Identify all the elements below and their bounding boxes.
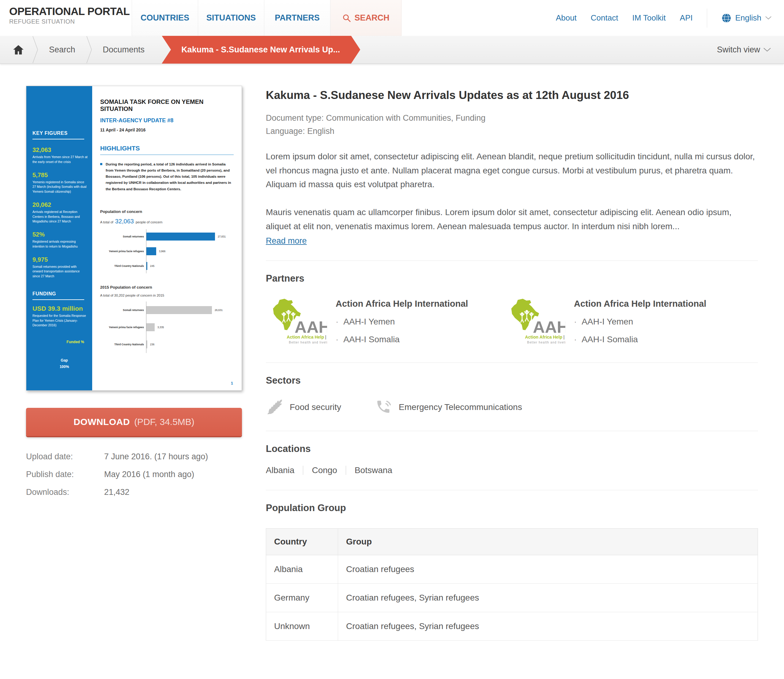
link-im-toolkit[interactable]: IM Toolkit bbox=[632, 13, 665, 23]
pdf-highlights-heading: HIGHLIGHTS bbox=[100, 145, 234, 155]
upload-date-label: Upload date: bbox=[26, 452, 104, 462]
pdf-chart1-total: A total of 32,063 people of concern bbox=[100, 218, 234, 225]
chart-category-label: Third Country Nationals bbox=[100, 264, 146, 268]
breadcrumb-item-search[interactable]: Search bbox=[49, 45, 75, 55]
sectors-section: Sectors bbox=[266, 363, 758, 416]
chart-bar bbox=[147, 340, 147, 348]
sectors-list: Food security Emergency Telecommunicatio… bbox=[266, 398, 758, 416]
sector-item: Food security bbox=[266, 398, 341, 416]
site-logo[interactable]: OPERATIONAL PORTAL REFUGEE SITUATION bbox=[0, 0, 132, 36]
read-more-link[interactable]: Read more bbox=[266, 236, 307, 246]
breadcrumb-chevron-icon bbox=[32, 36, 39, 63]
downloads-label: Downloads: bbox=[26, 488, 104, 497]
sectors-heading: Sectors bbox=[266, 375, 758, 386]
partner-info: Action Africa Help International AAH-I Y… bbox=[336, 297, 468, 348]
column-header-country: Country bbox=[266, 529, 338, 555]
partner-info: Action Africa Help International AAH-I Y… bbox=[574, 297, 706, 348]
partner-sub-item: AAH-I Somalia bbox=[574, 335, 706, 344]
key-figure-value: 32,063 bbox=[33, 147, 87, 153]
table-header-row: Country Group bbox=[266, 529, 758, 555]
document-preview-thumbnail[interactable]: KEY FIGURES 32,063 Arrivals from Yemen s… bbox=[26, 86, 242, 391]
table-row: Germany Croatian refugees, Syrian refuge… bbox=[266, 584, 758, 612]
downloads-row: Downloads: 21,432 bbox=[26, 488, 242, 497]
partners-heading: Partners bbox=[266, 273, 758, 284]
key-figure-desc: Arrivals from Yemen since 27 March at th… bbox=[33, 155, 87, 164]
chart-row: Third Country Nationals 236 bbox=[100, 336, 234, 353]
breadcrumb-item-documents[interactable]: Documents bbox=[103, 45, 145, 55]
language-selector[interactable]: English bbox=[721, 13, 772, 23]
cell-country: Albania bbox=[266, 555, 338, 584]
aah-logo-tagline: Better health and livelihoods bbox=[289, 341, 327, 344]
pdf-funded-label: Funded % bbox=[66, 339, 85, 345]
nav-tab-search[interactable]: SEARCH bbox=[330, 0, 401, 36]
bullet-square-icon bbox=[100, 163, 102, 165]
publish-date-value: May 2016 (1 month ago) bbox=[104, 470, 194, 479]
partner-item[interactable]: AAH Action Africa Help|Kenya Better heal… bbox=[266, 297, 504, 348]
key-figure-value: 52% bbox=[33, 231, 87, 238]
link-about[interactable]: About bbox=[556, 13, 577, 23]
chart-row: Yemeni prima facie refugees 3,966 bbox=[100, 244, 234, 259]
breadcrumb-item-current: Kakuma - S.Sudanese New Arrivals Up... bbox=[162, 36, 360, 64]
chart-category-label: Yemeni prima facie refugees bbox=[100, 326, 146, 329]
chart-value-label: 245 bbox=[150, 264, 155, 268]
nav-tab-situations[interactable]: SITUATIONS bbox=[198, 0, 264, 36]
pdf-bar-chart-2016: Somali returnees 27,831 Yemeni prima fac… bbox=[100, 229, 234, 273]
chart-bar bbox=[147, 306, 212, 314]
nav-tab-partners[interactable]: PARTNERS bbox=[264, 0, 330, 36]
document-sidebar: KEY FIGURES 32,063 Arrivals from Yemen s… bbox=[26, 86, 242, 497]
key-figure-value: 9,975 bbox=[33, 256, 87, 263]
cell-country: Germany bbox=[266, 584, 338, 612]
link-api[interactable]: API bbox=[680, 13, 693, 23]
breadcrumb: Search Documents Kakuma - S.Sudanese New… bbox=[0, 36, 784, 64]
population-group-section: Population Group Country Group Albania C… bbox=[266, 490, 758, 641]
location-item: Botswana bbox=[355, 465, 392, 475]
search-tab-label: SEARCH bbox=[355, 13, 389, 23]
partners-section: Partners AAH Action Africa Help|Ken bbox=[266, 260, 758, 348]
location-divider bbox=[303, 466, 303, 475]
switch-view-control[interactable]: Switch view bbox=[717, 45, 771, 55]
pdf-bar-chart-2015: Somali returnees 26,631 Yemeni prima fac… bbox=[100, 302, 234, 353]
partners-list: AAH Action Africa Help|Kenya Better heal… bbox=[266, 297, 758, 348]
description-paragraph: Mauris venenatis quam ac ullamcorper fin… bbox=[266, 205, 758, 233]
chart-category-label: Somali returnees bbox=[100, 235, 146, 238]
aah-logo-text: AAH bbox=[295, 318, 327, 336]
document-details: Kakuma - S.Sudanese New Arrivals Updates… bbox=[266, 89, 758, 641]
aah-logo: AAH Action Africa Help|Kenya Better heal… bbox=[266, 297, 327, 348]
globe-icon bbox=[721, 13, 732, 23]
nav-tab-countries[interactable]: COUNTRIES bbox=[132, 0, 198, 36]
partner-item[interactable]: AAH Action Africa Help|Kenya Better heal… bbox=[504, 297, 742, 348]
switch-view-label: Switch view bbox=[717, 45, 760, 55]
chart-category-label: Third Country Nationals bbox=[100, 343, 146, 346]
population-group-table: Country Group Albania Croatian refugees … bbox=[266, 528, 758, 641]
population-group-heading: Population Group bbox=[266, 502, 758, 513]
sector-label: Emergency Telecommunications bbox=[399, 402, 522, 412]
aah-logo-org: Action Africa Help bbox=[287, 335, 324, 340]
chart-bar bbox=[147, 323, 155, 331]
pdf-update-heading: INTER-AGENCY UPDATE #8 bbox=[100, 117, 234, 124]
partner-name[interactable]: Action Africa Help International bbox=[574, 299, 706, 309]
chart-value-label: 3,335 bbox=[158, 326, 164, 329]
home-icon[interactable] bbox=[13, 45, 24, 55]
upload-date-row: Upload date: 7 June 2016. (17 hours ago) bbox=[26, 452, 242, 462]
chart-row: Third Country Nationals 245 bbox=[100, 259, 234, 273]
chart-value-label: 27,831 bbox=[218, 235, 226, 238]
downloads-value: 21,432 bbox=[104, 488, 130, 497]
breadcrumb-chevron-icon bbox=[86, 36, 92, 63]
pdf-page-number: 1 bbox=[231, 381, 233, 385]
sector-item: Emergency Telecommunications bbox=[375, 398, 522, 416]
chart-row: Somali returnees 27,831 bbox=[100, 229, 234, 244]
partner-name[interactable]: Action Africa Help International bbox=[336, 299, 468, 309]
pdf-key-figure: 5,785 Yemenis registered in Somalia sinc… bbox=[33, 172, 87, 194]
upload-date-value: 7 June 2016. (17 hours ago) bbox=[104, 452, 208, 462]
aah-logo-sep: | bbox=[564, 335, 565, 340]
publish-date-row: Publish date: May 2016 (1 month ago) bbox=[26, 470, 242, 479]
key-figure-desc: Somali returnees provided with onward tr… bbox=[33, 264, 87, 279]
cell-group: Croatian refugees, Syrian refugees bbox=[338, 584, 758, 612]
download-button[interactable]: DOWNLOAD (PDF, 34.5MB) bbox=[26, 408, 242, 436]
document-language: Language: English bbox=[266, 125, 758, 138]
document-type-language: Document type: Communication with Commun… bbox=[266, 111, 758, 138]
svg-text:Action Africa Help|Kenya: Action Africa Help|Kenya bbox=[525, 335, 565, 340]
link-contact[interactable]: Contact bbox=[591, 13, 618, 23]
chart-row: Somali returnees 26,631 bbox=[100, 302, 234, 319]
wheat-icon bbox=[266, 398, 284, 416]
